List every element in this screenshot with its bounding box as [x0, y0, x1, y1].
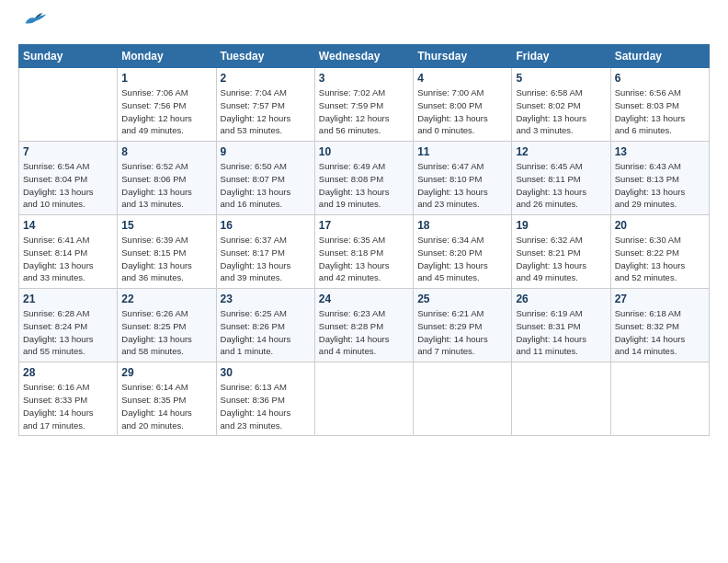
calendar-cell: 15Sunrise: 6:39 AM Sunset: 8:15 PM Dayli… [118, 215, 216, 289]
day-number: 22 [121, 293, 211, 305]
day-number: 30 [221, 366, 311, 379]
day-number: 9 [221, 145, 311, 158]
day-number: 8 [121, 145, 211, 158]
calendar-cell: 11Sunrise: 6:47 AM Sunset: 8:10 PM Dayli… [414, 142, 512, 215]
cell-content: Sunrise: 6:19 AM Sunset: 8:31 PM Dayligh… [516, 307, 606, 358]
cell-content: Sunrise: 6:49 AM Sunset: 8:08 PM Dayligh… [319, 160, 409, 211]
day-number: 2 [221, 72, 311, 85]
cell-content: Sunrise: 7:00 AM Sunset: 8:00 PM Dayligh… [417, 86, 507, 137]
day-number: 16 [221, 219, 311, 232]
calendar-cell: 27Sunrise: 6:18 AM Sunset: 8:32 PM Dayli… [610, 289, 709, 362]
cell-content: Sunrise: 6:16 AM Sunset: 8:33 PM Dayligh… [23, 381, 113, 431]
cell-content: Sunrise: 7:04 AM Sunset: 7:57 PM Dayligh… [221, 86, 311, 137]
cell-content: Sunrise: 6:34 AM Sunset: 8:20 PM Dayligh… [417, 234, 507, 284]
logo [18, 17, 48, 35]
calendar-cell [19, 68, 118, 142]
calendar-cell: 23Sunrise: 6:25 AM Sunset: 8:26 PM Dayli… [216, 289, 314, 362]
day-number: 12 [516, 145, 606, 158]
calendar-cell: 22Sunrise: 6:26 AM Sunset: 8:25 PM Dayli… [118, 289, 216, 362]
calendar-cell: 6Sunrise: 6:56 AM Sunset: 8:03 PM Daylig… [610, 68, 709, 142]
cell-content: Sunrise: 6:52 AM Sunset: 8:06 PM Dayligh… [121, 160, 211, 211]
calendar-cell: 29Sunrise: 6:14 AM Sunset: 8:35 PM Dayli… [118, 362, 216, 436]
calendar-cell: 16Sunrise: 6:37 AM Sunset: 8:17 PM Dayli… [216, 215, 314, 289]
cell-content: Sunrise: 6:47 AM Sunset: 8:10 PM Dayligh… [417, 160, 507, 211]
cell-content: Sunrise: 6:41 AM Sunset: 8:14 PM Dayligh… [23, 234, 113, 284]
calendar-cell: 19Sunrise: 6:32 AM Sunset: 8:21 PM Dayli… [512, 215, 610, 289]
cell-content: Sunrise: 6:58 AM Sunset: 8:02 PM Dayligh… [516, 86, 606, 137]
calendar-cell: 2Sunrise: 7:04 AM Sunset: 7:57 PM Daylig… [216, 68, 314, 142]
week-row-3: 14Sunrise: 6:41 AM Sunset: 8:14 PM Dayli… [19, 215, 710, 289]
day-number: 29 [121, 366, 211, 379]
header-day-sunday: Sunday [19, 45, 118, 68]
calendar-cell: 30Sunrise: 6:13 AM Sunset: 8:36 PM Dayli… [216, 362, 314, 436]
day-number: 23 [221, 293, 311, 305]
cell-content: Sunrise: 6:43 AM Sunset: 8:13 PM Dayligh… [615, 160, 705, 211]
calendar-cell: 17Sunrise: 6:35 AM Sunset: 8:18 PM Dayli… [314, 215, 413, 289]
calendar-cell: 1Sunrise: 7:06 AM Sunset: 7:56 PM Daylig… [118, 68, 216, 142]
day-number: 21 [23, 293, 113, 305]
day-number: 26 [516, 293, 606, 305]
day-number: 13 [615, 145, 705, 158]
calendar-cell: 4Sunrise: 7:00 AM Sunset: 8:00 PM Daylig… [414, 68, 512, 142]
cell-content: Sunrise: 6:25 AM Sunset: 8:26 PM Dayligh… [221, 307, 311, 358]
cell-content: Sunrise: 6:28 AM Sunset: 8:24 PM Dayligh… [23, 307, 113, 358]
cell-content: Sunrise: 6:13 AM Sunset: 8:36 PM Dayligh… [221, 381, 311, 431]
cell-content: Sunrise: 6:35 AM Sunset: 8:18 PM Dayligh… [319, 234, 409, 284]
calendar-cell: 7Sunrise: 6:54 AM Sunset: 8:04 PM Daylig… [19, 142, 118, 215]
calendar-cell: 28Sunrise: 6:16 AM Sunset: 8:33 PM Dayli… [19, 362, 118, 436]
week-row-2: 7Sunrise: 6:54 AM Sunset: 8:04 PM Daylig… [19, 142, 710, 215]
header-day-tuesday: Tuesday [216, 45, 314, 68]
cell-content: Sunrise: 6:39 AM Sunset: 8:15 PM Dayligh… [121, 234, 211, 284]
calendar-cell: 21Sunrise: 6:28 AM Sunset: 8:24 PM Dayli… [19, 289, 118, 362]
cell-content: Sunrise: 6:54 AM Sunset: 8:04 PM Dayligh… [23, 160, 113, 211]
calendar-cell: 26Sunrise: 6:19 AM Sunset: 8:31 PM Dayli… [512, 289, 610, 362]
calendar-cell: 24Sunrise: 6:23 AM Sunset: 8:28 PM Dayli… [314, 289, 413, 362]
cell-content: Sunrise: 6:18 AM Sunset: 8:32 PM Dayligh… [615, 307, 705, 358]
header-day-thursday: Thursday [414, 45, 512, 68]
calendar-cell: 9Sunrise: 6:50 AM Sunset: 8:07 PM Daylig… [216, 142, 314, 215]
header-day-friday: Friday [512, 45, 610, 68]
day-number: 1 [121, 72, 211, 85]
header-day-wednesday: Wednesday [314, 45, 413, 68]
calendar-cell: 12Sunrise: 6:45 AM Sunset: 8:11 PM Dayli… [512, 142, 610, 215]
day-number: 27 [615, 293, 705, 305]
calendar-cell [512, 362, 610, 436]
calendar-cell: 10Sunrise: 6:49 AM Sunset: 8:08 PM Dayli… [314, 142, 413, 215]
header-row: SundayMondayTuesdayWednesdayThursdayFrid… [19, 45, 710, 68]
day-number: 28 [23, 366, 113, 379]
calendar-cell: 3Sunrise: 7:02 AM Sunset: 7:59 PM Daylig… [314, 68, 413, 142]
day-number: 4 [417, 72, 507, 85]
cell-content: Sunrise: 6:45 AM Sunset: 8:11 PM Dayligh… [516, 160, 606, 211]
day-number: 6 [615, 72, 705, 85]
day-number: 18 [417, 219, 507, 232]
cell-content: Sunrise: 6:37 AM Sunset: 8:17 PM Dayligh… [221, 234, 311, 284]
calendar-cell [314, 362, 413, 436]
day-number: 17 [319, 219, 409, 232]
cell-content: Sunrise: 6:56 AM Sunset: 8:03 PM Dayligh… [615, 86, 705, 137]
day-number: 3 [319, 72, 409, 85]
calendar-cell [414, 362, 512, 436]
cell-content: Sunrise: 6:26 AM Sunset: 8:25 PM Dayligh… [121, 307, 211, 358]
calendar-cell: 14Sunrise: 6:41 AM Sunset: 8:14 PM Dayli… [19, 215, 118, 289]
header [18, 17, 710, 35]
cell-content: Sunrise: 6:32 AM Sunset: 8:21 PM Dayligh… [516, 234, 606, 284]
header-day-monday: Monday [118, 45, 216, 68]
logo-bird-icon [22, 11, 48, 28]
cell-content: Sunrise: 6:21 AM Sunset: 8:29 PM Dayligh… [417, 307, 507, 358]
day-number: 24 [319, 293, 409, 305]
calendar-cell: 13Sunrise: 6:43 AM Sunset: 8:13 PM Dayli… [610, 142, 709, 215]
day-number: 7 [23, 145, 113, 158]
day-number: 5 [516, 72, 606, 85]
day-number: 20 [615, 219, 705, 232]
calendar-cell: 18Sunrise: 6:34 AM Sunset: 8:20 PM Dayli… [414, 215, 512, 289]
day-number: 15 [121, 219, 211, 232]
day-number: 14 [23, 219, 113, 232]
day-number: 10 [319, 145, 409, 158]
calendar-table: SundayMondayTuesdayWednesdayThursdayFrid… [18, 44, 710, 436]
calendar-cell: 20Sunrise: 6:30 AM Sunset: 8:22 PM Dayli… [610, 215, 709, 289]
cell-content: Sunrise: 6:23 AM Sunset: 8:28 PM Dayligh… [319, 307, 409, 358]
cell-content: Sunrise: 6:30 AM Sunset: 8:22 PM Dayligh… [615, 234, 705, 284]
calendar-cell: 8Sunrise: 6:52 AM Sunset: 8:06 PM Daylig… [118, 142, 216, 215]
week-row-1: 1Sunrise: 7:06 AM Sunset: 7:56 PM Daylig… [19, 68, 710, 142]
header-day-saturday: Saturday [610, 45, 709, 68]
